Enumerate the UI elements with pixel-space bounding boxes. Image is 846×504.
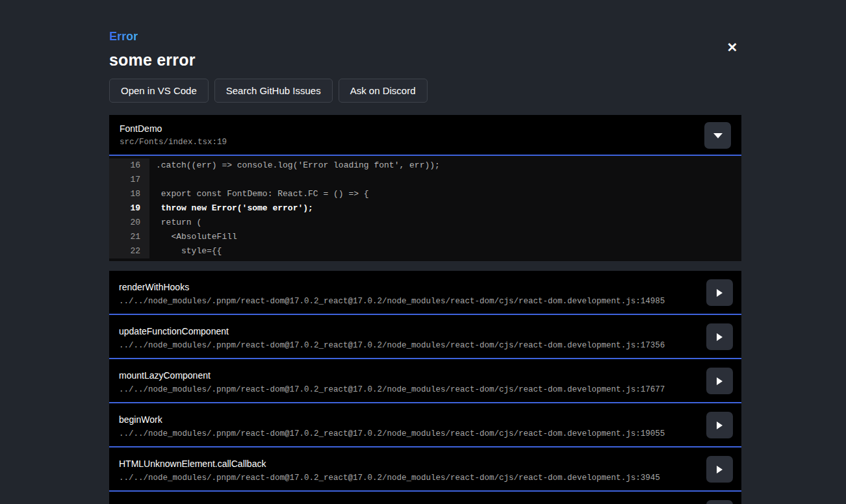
- action-buttons: Open in VS Code Search GitHub Issues Ask…: [109, 79, 428, 103]
- frame-function-name: HTMLUnknownElement.callCallback: [119, 459, 696, 469]
- code-line: 16.catch((err) => console.log('Error loa…: [109, 158, 741, 173]
- line-number: 16: [109, 158, 149, 173]
- line-number: 22: [109, 244, 149, 258]
- open-vscode-button[interactable]: Open in VS Code: [109, 79, 209, 103]
- code-line: 21 <AbsoluteFill: [109, 230, 741, 244]
- error-type-label: Error: [109, 30, 138, 44]
- stack-frame-mountlazycomponent: mountLazyComponent ../../node_modules/.p…: [109, 359, 741, 403]
- stack-frame-updatefunctioncomponent: updateFunctionComponent ../../node_modul…: [109, 315, 741, 359]
- expand-frame-button[interactable]: [706, 456, 733, 483]
- code-text: .catch((err) => console.log('Error loadi…: [149, 158, 440, 173]
- chevron-down-icon: [713, 133, 723, 138]
- search-github-issues-button[interactable]: Search GitHub Issues: [214, 79, 333, 103]
- line-number: 21: [109, 230, 149, 244]
- collapse-frame-button[interactable]: [704, 122, 731, 149]
- frame-function-name: beginWork: [119, 414, 696, 425]
- code-line-highlighted: 19 throw new Error('some error');: [109, 201, 741, 216]
- expand-frame-button[interactable]: [706, 412, 733, 438]
- expand-frame-button[interactable]: [706, 279, 733, 306]
- frame-function-name: mountLazyComponent: [119, 370, 696, 381]
- frame-file-location: ../../node_modules/.pnpm/react-dom@17.0.…: [119, 297, 696, 306]
- frame-function-name: renderWithHooks: [119, 282, 696, 292]
- code-line: 20 return (: [109, 216, 741, 230]
- stack-frame-beginwork: beginWork ../../node_modules/.pnpm/react…: [109, 403, 741, 447]
- stack-frame-renderwithhooks: renderWithHooks ../../node_modules/.pnpm…: [109, 271, 741, 315]
- error-overlay: ✕ Error some error Open in VS Code Searc…: [0, 0, 846, 504]
- chevron-right-icon: [717, 422, 723, 429]
- chevron-right-icon: [717, 333, 723, 341]
- stack-frame-partial: [109, 492, 741, 504]
- frame-file-location: src/Fonts/index.tsx:19: [120, 138, 731, 147]
- frame-function-name: FontDemo: [120, 123, 731, 134]
- frame-function-name: updateFunctionComponent: [119, 326, 696, 336]
- code-line: 22 style={{: [109, 244, 741, 258]
- frame-file-location: ../../node_modules/.pnpm/react-dom@17.0.…: [119, 473, 696, 483]
- ask-discord-button[interactable]: Ask on Discord: [339, 79, 428, 103]
- code-line: 18 export const FontDemo: React.FC = () …: [109, 187, 741, 201]
- code-text: throw new Error('some error');: [149, 201, 313, 216]
- stack-trace-list: renderWithHooks ../../node_modules/.pnpm…: [109, 271, 741, 504]
- frame-file-location: ../../node_modules/.pnpm/react-dom@17.0.…: [119, 341, 696, 350]
- code-snippet: 16.catch((err) => console.log('Error loa…: [109, 156, 741, 261]
- line-number: 17: [109, 173, 149, 187]
- chevron-right-icon: [717, 377, 723, 385]
- code-text: style={{: [149, 244, 222, 258]
- code-text: <AbsoluteFill: [149, 230, 237, 244]
- close-button[interactable]: ✕: [723, 38, 741, 57]
- code-frame-header: FontDemo src/Fonts/index.tsx:19: [109, 115, 741, 156]
- stack-frame-callcallback: HTMLUnknownElement.callCallback ../../no…: [109, 447, 741, 492]
- code-text: [149, 173, 156, 187]
- expand-frame-button[interactable]: [706, 500, 733, 504]
- error-message: some error: [109, 51, 196, 69]
- code-line: 17: [109, 173, 741, 187]
- frame-file-location: ../../node_modules/.pnpm/react-dom@17.0.…: [119, 385, 696, 394]
- frame-file-location: ../../node_modules/.pnpm/react-dom@17.0.…: [119, 429, 696, 438]
- chevron-right-icon: [717, 289, 723, 297]
- line-number: 19: [109, 201, 149, 216]
- code-text: export const FontDemo: React.FC = () => …: [149, 187, 369, 201]
- line-number: 18: [109, 187, 149, 201]
- chevron-right-icon: [717, 466, 723, 473]
- line-number: 20: [109, 216, 149, 230]
- code-text: return (: [149, 216, 201, 230]
- code-frame: FontDemo src/Fonts/index.tsx:19 16.catch…: [109, 115, 741, 261]
- expand-frame-button[interactable]: [706, 323, 733, 350]
- expand-frame-button[interactable]: [706, 368, 733, 394]
